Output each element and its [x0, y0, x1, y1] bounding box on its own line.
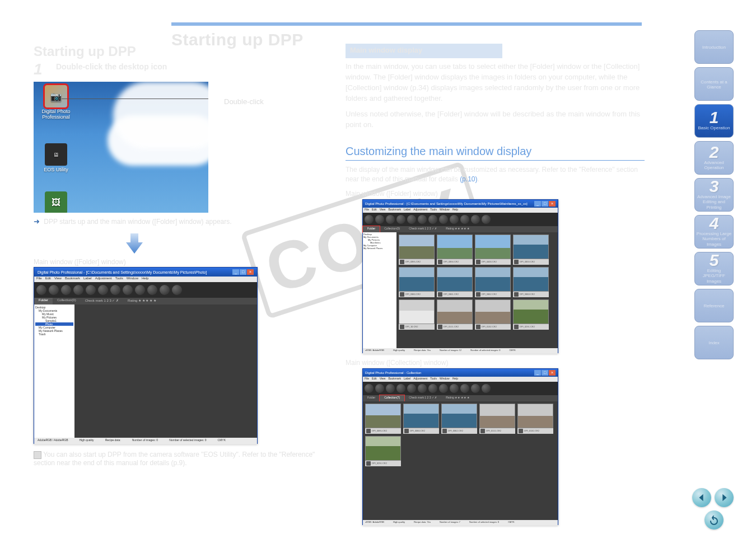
maximize-icon: □ — [542, 370, 548, 376]
subsection-body: The display of the main window can be cu… — [346, 166, 638, 183]
toolbar-button — [365, 384, 374, 393]
tab-folder-highlighted: Folder — [363, 226, 380, 232]
nav-chapter-5[interactable]: 5Editing JPEG/TIFF Images — [694, 252, 734, 285]
menu-file: File — [365, 208, 369, 213]
thumbnail: DPI_0132.CR2 — [475, 299, 511, 330]
nav-chapter-2[interactable]: 2Advanced Operation — [694, 141, 734, 175]
toolbar-button — [98, 285, 108, 295]
monitor-icon: 🖥 — [45, 143, 67, 166]
menu-window: Window — [440, 377, 450, 382]
menu-adjustment: Adjustment — [413, 377, 427, 382]
toolbar-button — [428, 384, 437, 393]
collection-window-label: Main window ([Collection] window) — [346, 359, 645, 367]
page-ref-link[interactable]: (p.9) — [171, 459, 185, 467]
dpp-desktop-icon-label: Digital Photo Professional — [41, 109, 70, 120]
thumbnail: DPI_0132.CR2 — [517, 404, 553, 434]
nav-index[interactable]: Index — [694, 326, 734, 359]
thumbnail: DPI_0395.CR2 — [365, 404, 401, 434]
nav-contents[interactable]: Contents at a Glance — [694, 67, 734, 101]
maximize-icon: □ — [542, 201, 548, 207]
nav-label: Advanced Operation — [696, 160, 732, 170]
nav-number: 5 — [710, 254, 719, 267]
return-button[interactable] — [704, 510, 724, 530]
thumbnail-area: DPI_0395.CR2 DPI_0394.CR2 DPI_0400.CR2 D… — [396, 232, 558, 348]
eos-utility-icon-label: EOS Utility — [44, 167, 68, 172]
folder-window-label: Main window ([Folder] window) — [346, 190, 645, 198]
toolbar-button — [160, 285, 170, 295]
menu-file: File — [365, 377, 369, 382]
thumbnail: DPI_0363.CR2 — [513, 267, 549, 297]
toolbar-button — [450, 215, 459, 224]
toolbar — [34, 282, 257, 298]
status-quality: High quality — [79, 438, 94, 444]
page-nav — [692, 488, 734, 507]
minimize-icon: _ — [534, 201, 541, 207]
subsection-highlight-label: Main window display — [346, 44, 502, 57]
main-window-screenshot: Digital Photo Professional - [C:\Documen… — [34, 267, 258, 444]
toolbar-button — [418, 215, 427, 224]
nav-chapter-4[interactable]: 4Processing Large Numbers of Images — [694, 215, 734, 249]
checkmark-filter: Check mark 1 2 3 ✓ ✗ — [404, 395, 441, 401]
toolbar-button — [386, 384, 395, 393]
nav-chapter-1[interactable]: 1Basic Operation — [694, 104, 734, 138]
page-ref-link[interactable]: (p.10) — [460, 175, 477, 183]
next-page-button[interactable] — [715, 488, 734, 507]
desktop-screenshot: 📷 Digital Photo Professional 🖥 EOS Utili… — [34, 82, 208, 213]
checkmark-filter: Check mark 1 2 3 ✓ ✗ — [404, 226, 441, 232]
toolbar-button — [73, 285, 83, 295]
close-icon: × — [549, 201, 556, 207]
tree-node: My Network Places — [363, 247, 396, 250]
nav-number: 3 — [710, 180, 719, 193]
toolbar-button — [418, 384, 427, 393]
toolbar-button — [49, 285, 59, 295]
menu-bar: FileEditViewBookmarkLabelAdjustmentTools… — [363, 377, 558, 382]
thumbnail: DPI_0111.CR2 — [479, 404, 515, 434]
rating-filter: Rating ★ ★ ★ ★ ★ — [123, 298, 161, 305]
toolbar-button — [172, 285, 182, 295]
menu-bar: FileEditViewBookmarkLabelAdjustmentTools… — [363, 208, 558, 213]
step-number-1: 1 — [34, 62, 50, 77]
folder-tree: Desktop My Documents My Music My Picture… — [34, 305, 74, 438]
menu-label: Label — [404, 377, 410, 382]
menu-adjustment: Adjustment — [95, 277, 112, 282]
thumbnail: DPI_0362.CR2 — [475, 267, 511, 297]
window-controls: _ □ × — [232, 269, 254, 275]
menu-tools: Tools — [430, 208, 437, 213]
subsection-body-end: . — [477, 175, 479, 183]
thumbnail-area-empty — [74, 305, 257, 438]
menu-window: Window — [440, 208, 450, 213]
toolbar — [363, 213, 558, 226]
nav-introduction[interactable]: Introduction — [694, 30, 734, 64]
nav-chapter-3[interactable]: 3Advanced Image Editing and Printing — [694, 178, 734, 212]
page-ref-link[interactable]: (p.34) — [410, 83, 429, 92]
status-count: Number of images: 7 — [440, 521, 460, 525]
prev-page-button[interactable] — [692, 488, 711, 507]
footnote-text-end: . — [185, 459, 186, 467]
toolbar-button — [396, 215, 405, 224]
menu-help: Help — [452, 208, 458, 213]
subsection-heading: Customizing the main window display — [346, 145, 645, 161]
status-bar: AdobeRGB / AdobeRGB High quality Recipe … — [34, 438, 257, 444]
toolbar-button — [36, 285, 46, 295]
tab-folder: Folder — [363, 395, 380, 401]
status-recipe: Recipe data: Yes — [414, 349, 431, 353]
menu-view: View — [54, 277, 62, 282]
status-quality: High quality — [393, 521, 405, 525]
main-window-folder-screenshot: Digital Photo Professional - [C:\Documen… — [362, 199, 558, 353]
nav-label: Basic Operation — [698, 125, 730, 130]
subsection-highlight: Main window display — [346, 44, 502, 58]
tab-collection: Collection(0) — [53, 298, 81, 305]
status-quality: High quality — [393, 349, 405, 353]
toolbar-button — [407, 384, 416, 393]
minimize-icon: _ — [232, 269, 239, 275]
menu-tools: Tools — [430, 377, 437, 382]
toolbar-button — [86, 285, 96, 295]
nav-reference[interactable]: Reference — [694, 289, 734, 322]
minimize-icon: _ — [534, 370, 541, 376]
menu-label: Label — [404, 208, 410, 213]
thumbnail: DPI_0360.CR2 — [399, 267, 435, 297]
toolbar-button — [482, 384, 491, 393]
folder-tree: Desktop My Documents My Pictures MainIte… — [363, 232, 396, 348]
status-bar: sRGB / AdobeRGB High quality Recipe data… — [363, 520, 558, 526]
thumbnail: DPI_0395.CR2 — [399, 235, 435, 265]
